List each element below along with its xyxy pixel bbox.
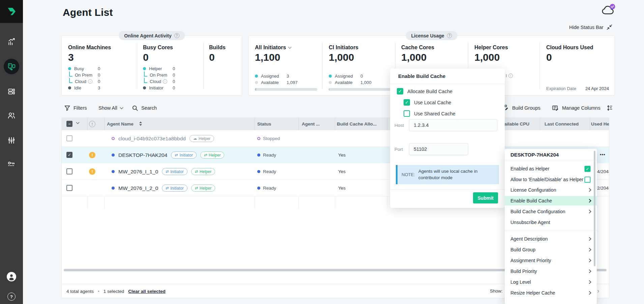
stat-row-label: Available [335,80,353,85]
stat-row-label: Busy [74,66,84,71]
table-row[interactable]: cloud_i-04b92c073e1a8bbdd ☁Helper Stoppe… [62,130,609,147]
menu-scrollbar[interactable] [594,151,595,266]
menu-item-assignment-priority[interactable]: Assignment Priority [505,256,597,265]
column-agent-name[interactable]: Agent Name [107,118,134,130]
show-all-dropdown[interactable]: Show All [98,103,123,113]
menu-item-log-level[interactable]: Log Level [505,277,597,287]
question-icon: ? [10,294,13,299]
note-label: NOTE: [402,172,415,177]
menu-item-enable-build-cache[interactable]: Enable Build Cache [505,196,597,205]
column-used-helper[interactable]: Used Helper [591,118,609,130]
sidebar-item-settings[interactable] [0,133,23,148]
checkbox-checked[interactable]: ✓ [404,99,410,106]
sidebar-item-users[interactable] [0,108,23,123]
host-input[interactable] [409,119,497,131]
build-cache-allocated-value: Yes [338,147,346,163]
cloud-status-button[interactable] [601,3,616,18]
sidebar: ? [0,0,23,304]
menu-item-unsubscribe-agent[interactable]: Unsubscribe Agent [505,218,597,227]
agent-name[interactable]: MW_2076_I_1_0 [118,169,158,175]
checkbox-unchecked[interactable] [404,110,410,117]
used-helper-value: 2/2048 [597,180,609,196]
stat-value: 1,000 [329,51,391,63]
stat-row-value: 0 [360,74,363,79]
port-input[interactable] [409,143,468,155]
chevron-down-icon[interactable] [288,45,292,49]
stat-title: Builds [209,45,226,51]
column-build-cache-allocated[interactable]: Build Cache Allo... [337,118,377,130]
checkbox-unchecked[interactable] [584,176,590,183]
column-last-connected[interactable]: Last Connected [545,118,579,130]
divider [539,42,540,89]
row-checkbox[interactable] [66,168,72,174]
row-more-button[interactable]: ••• [600,147,606,163]
status-dot [257,187,260,190]
sidebar-item-license[interactable] [0,156,23,172]
checkbox-checked[interactable]: ✓ [584,166,590,172]
filters-button[interactable]: Filters [64,103,87,113]
menu-item-resize-helper-cache[interactable]: Resize Helper Cache [505,288,597,298]
user-avatar[interactable] [7,272,16,281]
column-agent-truncated[interactable]: Agent ... [302,118,320,130]
assigned-dot [329,75,332,78]
next-page-button[interactable]: › [597,284,599,298]
swap-icon: ⇄ [195,186,198,190]
initiator-badge: ⇄Initiator [162,168,187,175]
app-logo[interactable] [0,0,23,23]
column-status[interactable]: Status [257,118,271,130]
stat-row-label: Available [261,80,279,85]
manage-columns-button[interactable]: Manage Columns [552,103,601,113]
menu-item-enabled-as-helper[interactable]: Enabled as Helper✓ [505,164,597,173]
selection-dropdown-icon[interactable] [76,121,80,124]
used-helper-value: 4/2048 [597,163,609,180]
menu-item-build-cache-configuration[interactable]: Build Cache Configuration [505,207,597,216]
row-checkbox[interactable] [66,135,72,141]
allocate-build-cache-row: ✓ Allocate Build Cache [397,88,452,94]
agent-name[interactable]: MW_2076_I_2_0 [118,185,158,191]
row-checkbox[interactable]: ✓ [66,152,72,158]
sidebar-item-analytics[interactable] [0,34,23,49]
select-all-checkbox[interactable]: – [66,121,72,127]
context-menu-title: DESKTOP-7HAK204 [510,152,559,158]
chevron-right-icon [587,199,591,202]
help-circle-icon[interactable]: ? [174,33,179,38]
filters-label: Filters [74,105,87,111]
help-button[interactable]: ? [7,293,16,301]
sort-icon[interactable] [139,121,142,126]
menu-item-build-group[interactable]: Build Group [505,245,597,254]
warning-icon[interactable]: ! [89,168,95,175]
agent-name[interactable]: DESKTOP-7HAK204 [118,152,167,158]
agent-name[interactable]: cloud_i-04b92c073e1a8bbdd [118,136,186,142]
host-label: Host [394,123,404,128]
menu-item-allow-enable-disable[interactable]: Allow to 'Enable/Disable' as Helper [505,175,597,184]
search-button[interactable]: Search [132,103,157,113]
status-dot [257,137,260,140]
hide-status-bar-button[interactable]: Hide Status Bar [569,24,612,30]
clear-all-selected-link[interactable]: Clear all selected [128,289,165,294]
stat-value: 1,000 [401,51,434,63]
stat-title: Online Machines [68,45,111,51]
row-height-button[interactable] [606,103,613,113]
build-groups-button[interactable]: Build Groups [502,103,540,113]
submit-button[interactable]: Submit [473,192,498,203]
stat-row: Cloudi0 [68,78,111,85]
collapse-icon [607,24,612,30]
checkbox-checked[interactable]: ✓ [397,88,403,94]
menu-item-build-priority[interactable]: Build Priority [505,267,597,276]
menu-item-license-configuration[interactable]: License Configuration [505,185,597,195]
info-icon[interactable]: i [88,79,92,84]
available-dot [329,81,332,84]
stat-row-value: 0 [98,79,100,84]
menu-item-agent-description[interactable]: Agent Description [505,234,597,244]
status-dot [257,154,260,157]
agents-icon [4,59,19,74]
info-icon[interactable]: i [508,74,513,78]
stat-ci-initiators: CI Initiators 1,000 Assigned0 Available1… [329,45,391,91]
warning-icon[interactable]: ! [89,152,95,158]
stat-value: 0 [143,51,175,63]
help-circle-icon[interactable]: ? [447,33,452,38]
sidebar-item-builds[interactable] [0,84,23,99]
row-checkbox[interactable] [66,185,72,191]
info-icon[interactable]: i [163,79,167,84]
sidebar-item-agents[interactable] [0,59,23,74]
